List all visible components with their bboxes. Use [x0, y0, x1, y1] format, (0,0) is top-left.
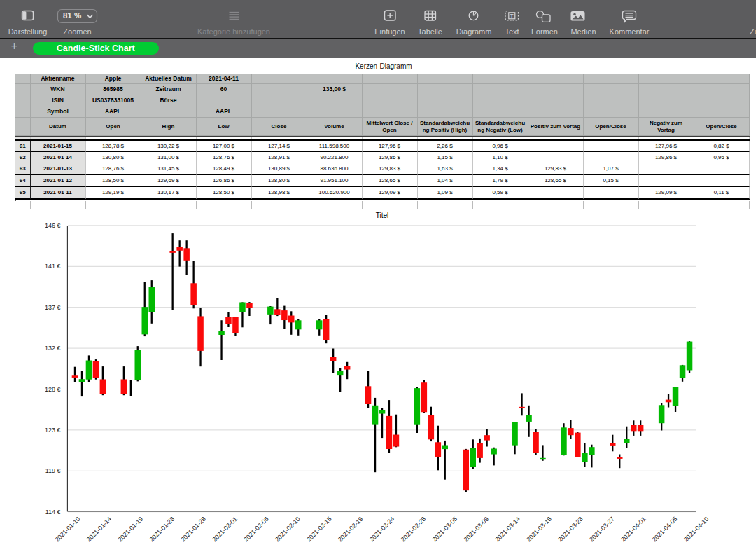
svg-text:128 €: 128 €: [45, 386, 61, 393]
svg-text:114 €: 114 €: [46, 509, 61, 516]
svg-text:2021-02-06: 2021-02-06: [242, 516, 270, 544]
svg-text:2021-03-05: 2021-03-05: [431, 516, 459, 544]
svg-text:2021-03-23: 2021-03-23: [556, 516, 584, 544]
svg-text:2021-04-05: 2021-04-05: [651, 516, 679, 544]
svg-text:T: T: [510, 13, 514, 19]
svg-text:132 €: 132 €: [45, 345, 61, 352]
svg-text:2021-04-01: 2021-04-01: [620, 516, 648, 544]
svg-text:123 €: 123 €: [45, 427, 61, 434]
svg-text:119 €: 119 €: [46, 467, 61, 474]
svg-text:2021-02-19: 2021-02-19: [337, 516, 365, 544]
svg-text:146 €: 146 €: [45, 222, 61, 229]
svg-text:2021-02-15: 2021-02-15: [305, 516, 333, 544]
svg-text:2021-02-28: 2021-02-28: [400, 516, 428, 544]
svg-text:2021-03-18: 2021-03-18: [525, 516, 553, 544]
svg-text:2021-04-10: 2021-04-10: [682, 516, 710, 544]
svg-text:137 €: 137 €: [45, 304, 61, 311]
svg-text:2021-02-10: 2021-02-10: [274, 516, 302, 544]
svg-text:2021-03-14: 2021-03-14: [493, 516, 522, 544]
svg-text:2021-01-23: 2021-01-23: [148, 516, 176, 544]
svg-text:141 €: 141 €: [45, 263, 61, 270]
svg-text:2021-02-01: 2021-02-01: [211, 516, 239, 544]
svg-text:2021-01-14: 2021-01-14: [85, 516, 113, 544]
svg-text:2021-03-27: 2021-03-27: [588, 516, 616, 544]
svg-text:2021-02-24: 2021-02-24: [368, 516, 396, 544]
svg-text:2021-01-19: 2021-01-19: [117, 516, 145, 544]
svg-text:2021-01-28: 2021-01-28: [179, 516, 207, 544]
svg-text:2021-01-10: 2021-01-10: [54, 516, 82, 544]
svg-text:2021-03-09: 2021-03-09: [462, 516, 490, 544]
svg-text:Titel: Titel: [376, 212, 389, 219]
